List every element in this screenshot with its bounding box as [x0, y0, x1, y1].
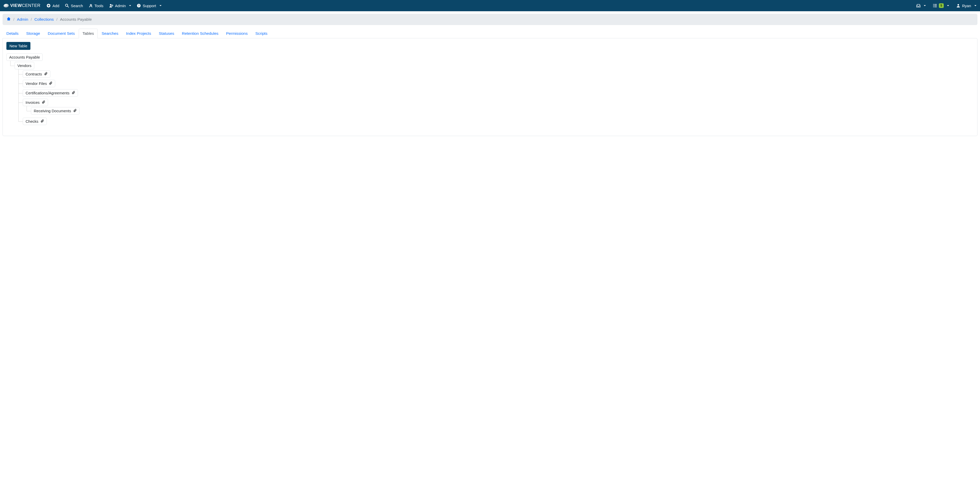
breadcrumb-collections[interactable]: Collections: [35, 17, 54, 22]
tree-node-vendors[interactable]: Vendors: [14, 62, 34, 69]
nav-queue[interactable]: 5: [933, 3, 949, 8]
nav-user-menu[interactable]: Ryan: [956, 3, 977, 8]
paperclip-icon: [42, 100, 45, 105]
svg-point-9: [933, 6, 934, 7]
tools-icon: [89, 3, 93, 8]
tab-scripts[interactable]: Scripts: [251, 29, 271, 38]
tab-permissions[interactable]: Permissions: [223, 29, 251, 38]
inbox-icon: [916, 3, 920, 8]
svg-line-2: [67, 6, 69, 7]
svg-point-3: [110, 4, 111, 6]
paperclip-icon: [44, 72, 48, 76]
tree-node-certs[interactable]: Certifications/Agreements: [23, 89, 78, 97]
nav-support[interactable]: ? Support: [137, 3, 162, 8]
nav-admin-label: Admin: [115, 3, 126, 8]
list-icon: [933, 3, 937, 8]
plus-circle-icon: [46, 3, 51, 8]
nav-search[interactable]: Search: [65, 3, 83, 8]
user-icon: [956, 3, 960, 8]
tab-strip: Details Storage Document Sets Tables Sea…: [3, 29, 977, 38]
breadcrumb-current: Accounts Payable: [60, 17, 92, 22]
tree-node-label: Certifications/Agreements: [25, 91, 70, 95]
nav-support-label: Support: [143, 3, 156, 8]
tab-statuses[interactable]: Statuses: [155, 29, 178, 38]
brand-text: VIEWCENTER: [10, 3, 40, 8]
tab-index-projects[interactable]: Index Projects: [122, 29, 155, 38]
tree-node-invoices[interactable]: Invoices: [23, 99, 48, 106]
svg-text:?: ?: [138, 4, 140, 7]
tab-searches[interactable]: Searches: [98, 29, 122, 38]
nav-tools[interactable]: Tools: [89, 3, 103, 8]
paperclip-icon: [73, 108, 77, 113]
breadcrumb-sep: /: [31, 17, 32, 22]
nav-add[interactable]: Add: [46, 3, 59, 8]
help-icon: ?: [137, 3, 141, 8]
breadcrumb: / Admin / Collections / Accounts Payable: [3, 14, 977, 25]
breadcrumb-admin[interactable]: Admin: [17, 17, 28, 22]
tree-node-label: Accounts Payable: [9, 55, 40, 59]
tree-node-label: Receiving Documents: [34, 108, 71, 113]
tree-node-label: Vendor Files: [25, 81, 47, 86]
nav-user-name: Ryan: [962, 3, 971, 8]
brand-icon: [3, 4, 9, 7]
tree-node-vendor-files[interactable]: Vendor Files: [23, 80, 55, 87]
nav-add-label: Add: [52, 3, 59, 8]
tab-panel-tables: New Table Accounts Payable Vendors C: [3, 38, 977, 136]
tab-details[interactable]: Details: [3, 29, 22, 38]
tab-tables[interactable]: Tables: [79, 29, 98, 38]
tab-storage[interactable]: Storage: [22, 29, 44, 38]
breadcrumb-home[interactable]: [6, 17, 11, 22]
home-icon: [6, 17, 11, 21]
tab-document-sets[interactable]: Document Sets: [44, 29, 79, 38]
svg-point-1: [65, 4, 68, 6]
tree-node-root[interactable]: Accounts Payable: [6, 53, 43, 61]
svg-point-7: [933, 4, 934, 5]
svg-point-10: [958, 4, 959, 6]
nav-search-label: Search: [71, 3, 83, 8]
brand-logo[interactable]: VIEWCENTER: [3, 3, 40, 8]
breadcrumb-sep: /: [13, 17, 14, 22]
tree-node-contracts[interactable]: Contracts: [23, 70, 50, 78]
svg-point-8: [933, 5, 934, 6]
tree-node-label: Checks: [25, 119, 38, 123]
nav-tools-label: Tools: [95, 3, 103, 8]
table-tree: Accounts Payable Vendors Contracts: [6, 53, 974, 128]
tree-node-receiving[interactable]: Receiving Documents: [31, 107, 80, 115]
nav-inbox[interactable]: [916, 3, 926, 8]
tree-node-checks[interactable]: Checks: [23, 118, 47, 125]
tree-node-label: Vendors: [18, 64, 32, 68]
tab-retention[interactable]: Retention Schedules: [178, 29, 222, 38]
queue-count-badge: 5: [939, 3, 944, 8]
search-icon: [65, 3, 69, 8]
new-table-button[interactable]: New Table: [6, 42, 30, 50]
tree-node-label: Contracts: [25, 72, 42, 76]
admin-user-icon: [109, 3, 113, 8]
nav-links-right: 5 Ryan: [916, 3, 977, 8]
paperclip-icon: [49, 81, 52, 86]
paperclip-icon: [72, 91, 75, 95]
nav-admin[interactable]: Admin: [109, 3, 131, 8]
nav-links-left: Add Search Tools Admin ? Support: [46, 3, 161, 8]
breadcrumb-sep: /: [56, 17, 57, 22]
tree-node-label: Invoices: [25, 100, 40, 105]
top-navbar: VIEWCENTER Add Search Tools Admin ? Supp…: [0, 0, 980, 11]
paperclip-icon: [40, 119, 44, 123]
